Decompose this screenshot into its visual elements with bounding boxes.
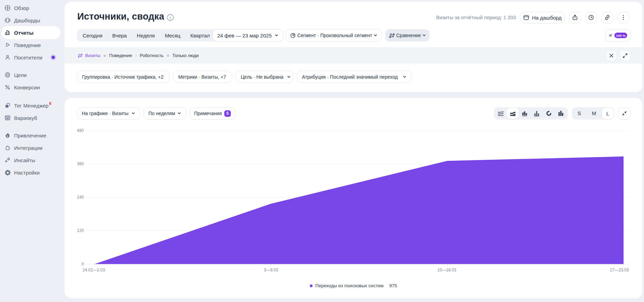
svg-text:360: 360 xyxy=(77,161,84,166)
svg-text:17—23.03: 17—23.03 xyxy=(610,268,629,272)
svg-text:10—16.03: 10—16.03 xyxy=(437,268,456,272)
svg-text:120: 120 xyxy=(77,228,84,233)
svg-text:480: 480 xyxy=(77,128,84,133)
svg-text:3—9.03: 3—9.03 xyxy=(264,268,278,272)
svg-text:0: 0 xyxy=(81,262,84,267)
svg-text:24.02—2.03: 24.02—2.03 xyxy=(82,268,105,272)
svg-text:240: 240 xyxy=(77,195,84,200)
